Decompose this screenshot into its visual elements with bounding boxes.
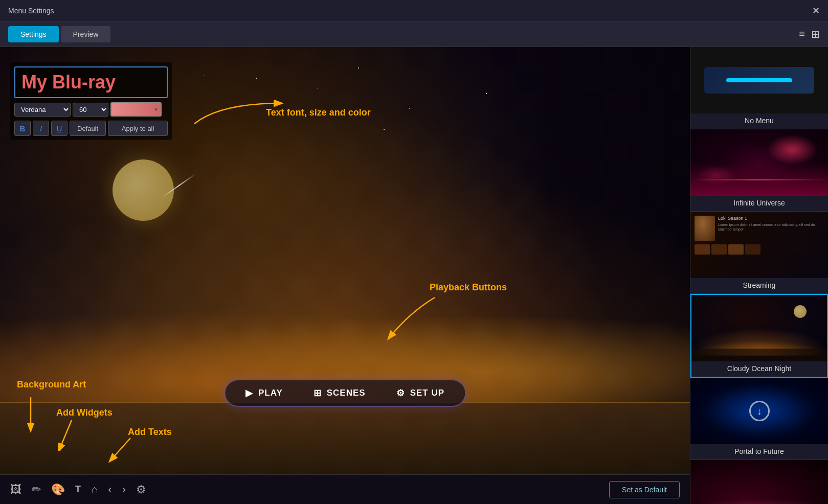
- scene-thumb-portal-to-future[interactable]: ↓ Portal to Future: [690, 378, 828, 460]
- thumb-moon: [794, 305, 807, 318]
- thumb-cloudy-img: [691, 295, 827, 361]
- tabs-right: ≡ ⊞: [799, 28, 820, 40]
- scene-label-no-menu: No Menu: [690, 113, 828, 129]
- scene-label-infinite-universe: Infinite Universe: [690, 196, 828, 211]
- play-button[interactable]: ▶ PLAY: [245, 387, 283, 399]
- thumb-portal-download-icon: ↓: [749, 401, 770, 421]
- color-picker-button[interactable]: [110, 102, 162, 117]
- palette-tool-button[interactable]: 🎨: [51, 483, 65, 496]
- home-tool-button[interactable]: ⌂: [91, 483, 98, 496]
- scene-thumb-no-menu[interactable]: No Menu: [690, 47, 828, 129]
- format-controls: B I U Default Apply to all: [14, 121, 168, 136]
- grid-view-button[interactable]: ⊞: [811, 28, 820, 40]
- italic-button[interactable]: I: [33, 121, 49, 136]
- moon-decoration: [113, 159, 174, 221]
- underline-button[interactable]: U: [51, 121, 68, 136]
- setup-button[interactable]: ⚙ SET UP: [396, 387, 444, 399]
- tabs-left: Settings Preview: [8, 26, 110, 42]
- thumb-no-menu-img: [690, 47, 828, 113]
- list-view-button[interactable]: ≡: [799, 28, 805, 40]
- window-title: Menu Settings: [8, 7, 54, 15]
- thumb-last-img: [690, 460, 828, 504]
- thumb-bar: [726, 78, 792, 82]
- font-select[interactable]: Verdana Arial Times New Roman: [14, 103, 71, 117]
- play-label: PLAY: [258, 388, 283, 398]
- thumb-infinite-img: [690, 129, 828, 196]
- thumb-portal-img: ↓: [690, 378, 828, 444]
- preview-tab[interactable]: Preview: [61, 26, 111, 42]
- toolbar-icons: 🖼 ✏ 🎨 T ⌂ ‹ › ⚙: [10, 483, 146, 496]
- settings-tab[interactable]: Settings: [8, 26, 59, 42]
- play-icon: ▶: [245, 387, 253, 399]
- tabs-bar: Settings Preview ≡ ⊞: [0, 21, 828, 47]
- setup-label: SET UP: [410, 388, 444, 398]
- image-tool-button[interactable]: 🖼: [10, 483, 21, 496]
- playback-buttons-bar: ▶ PLAY ⊞ SCENES ⚙ SET UP: [224, 379, 466, 407]
- size-select[interactable]: 60 40 50 72: [73, 103, 108, 117]
- scenes-button[interactable]: ⊞ SCENES: [314, 387, 366, 399]
- text-editor-overlay: Verdana Arial Times New Roman 60 40 50 7…: [10, 62, 172, 140]
- edit-tool-button[interactable]: ✏: [32, 483, 41, 496]
- default-button[interactable]: Default: [70, 121, 106, 136]
- scenes-icon: ⊞: [314, 387, 322, 399]
- setup-icon: ⚙: [396, 387, 405, 399]
- scene-label-streaming: Streaming: [690, 278, 828, 293]
- right-sidebar: No Menu Infinite Universe: [690, 47, 828, 504]
- settings-tool-button[interactable]: ⚙: [136, 483, 146, 496]
- scenes-label: SCENES: [327, 388, 366, 398]
- title-bar: Menu Settings ✕: [0, 0, 828, 21]
- main-layout: Verdana Arial Times New Roman 60 40 50 7…: [0, 47, 828, 504]
- scene-label-cloudy-ocean-night: Cloudy Ocean Night: [691, 361, 827, 377]
- title-input[interactable]: [14, 66, 168, 98]
- title-bar-left: Menu Settings: [8, 7, 54, 15]
- next-button[interactable]: ›: [122, 483, 126, 496]
- close-button[interactable]: ✕: [812, 5, 820, 16]
- thumb-no-menu-inner: [704, 67, 814, 94]
- prev-button[interactable]: ‹: [108, 483, 111, 496]
- bottom-toolbar: 🖼 ✏ 🎨 T ⌂ ‹ › ⚙ Set as Default: [0, 474, 690, 504]
- scene-label-portal-to-future: Portal to Future: [690, 444, 828, 460]
- thumb-streaming-img: Loki Season 1 Lorem ipsum dolor sit amet…: [690, 212, 828, 278]
- text-tool-button[interactable]: T: [75, 483, 81, 496]
- set-default-button[interactable]: Set as Default: [609, 481, 680, 498]
- preview-area: Verdana Arial Times New Roman 60 40 50 7…: [0, 47, 690, 504]
- bold-button[interactable]: B: [14, 121, 31, 136]
- scene-thumb-last[interactable]: [690, 460, 828, 504]
- scene-thumb-infinite-universe[interactable]: Infinite Universe: [690, 129, 828, 212]
- scene-thumb-cloudy-ocean-night[interactable]: Cloudy Ocean Night: [690, 294, 828, 378]
- font-controls: Verdana Arial Times New Roman 60 40 50 7…: [14, 102, 168, 117]
- apply-all-button[interactable]: Apply to all: [108, 121, 168, 136]
- scene-thumb-streaming[interactable]: Loki Season 1 Lorem ipsum dolor sit amet…: [690, 212, 828, 294]
